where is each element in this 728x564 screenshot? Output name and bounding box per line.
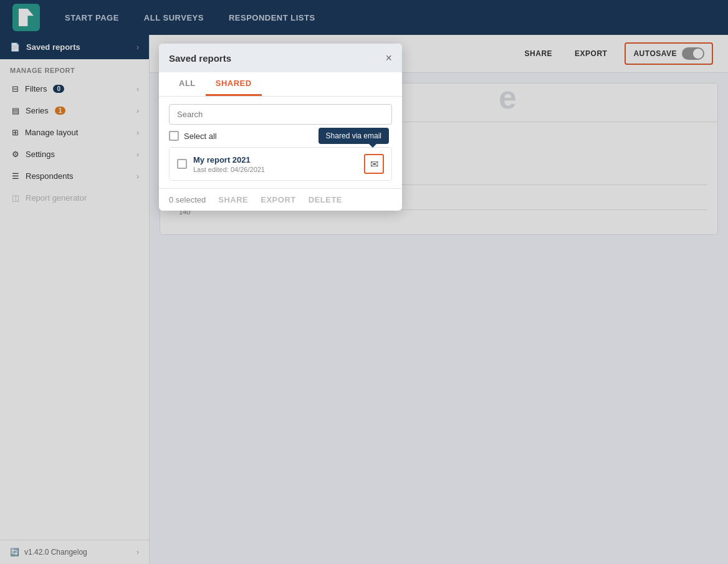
report-row[interactable]: My report 2021 Last edited: 04/26/2021 ✉… [169, 147, 392, 181]
email-icon: ✉ [370, 158, 378, 170]
select-all-label: Select all [184, 131, 217, 141]
search-input[interactable] [169, 104, 392, 125]
modal-close-button[interactable]: × [385, 52, 392, 64]
modal-body: Select all My report 2021 Last edited: 0… [159, 97, 402, 188]
tab-shared[interactable]: SHARED [206, 72, 262, 96]
modal-footer: 0 selected SHARE EXPORT DELETE [159, 188, 402, 211]
modal-title: Saved reports [169, 53, 231, 64]
footer-export-button[interactable]: EXPORT [261, 195, 295, 204]
shared-via-email-tooltip: Shared via email [318, 128, 389, 144]
report-name: My report 2021 [193, 155, 358, 165]
saved-reports-modal: Saved reports × ALL SHARED Select all My… [159, 44, 402, 211]
report-checkbox[interactable] [177, 159, 187, 169]
modal-header: Saved reports × [159, 44, 402, 72]
report-date: Last edited: 04/26/2021 [193, 166, 358, 173]
footer-delete-button[interactable]: DELETE [309, 195, 342, 204]
email-share-button[interactable]: ✉ Shared via email [364, 154, 384, 174]
modal-tabs: ALL SHARED [159, 72, 402, 97]
tab-all[interactable]: ALL [169, 72, 206, 96]
select-all-checkbox[interactable] [169, 131, 179, 141]
selected-count: 0 selected [169, 195, 206, 204]
footer-share-button[interactable]: SHARE [218, 195, 248, 204]
report-info: My report 2021 Last edited: 04/26/2021 [193, 155, 358, 173]
